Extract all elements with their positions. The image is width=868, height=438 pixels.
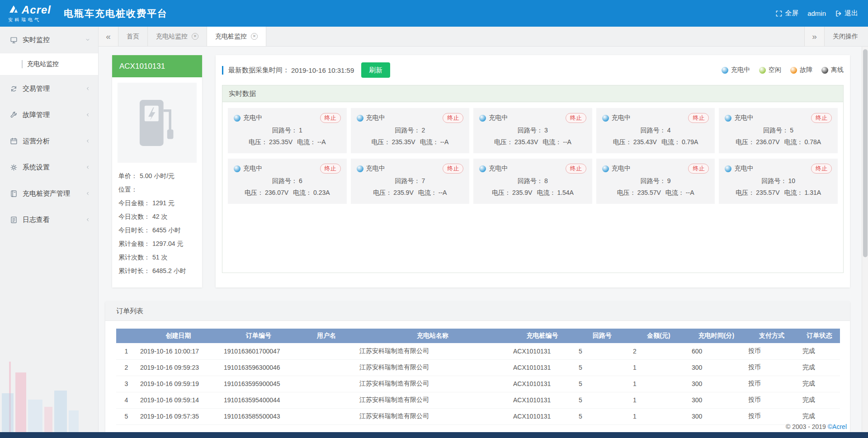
order-cell: 江苏安科瑞制造有限公司 — [356, 408, 509, 424]
vertical-scrollbar[interactable] — [862, 47, 868, 432]
order-cell: 完成 — [799, 392, 840, 408]
sidebar-item-label: 充电桩资产管理 — [23, 189, 70, 198]
order-cell: 江苏安科瑞制造有限公司 — [356, 376, 509, 392]
status-sphere-icon — [821, 67, 828, 74]
legend-item: 故障 — [790, 66, 812, 74]
voltage-value: 235.35V — [269, 138, 292, 146]
sidebar-item[interactable]: 系统设置 — [0, 154, 98, 180]
close-operations-button[interactable]: 关闭操作 — [824, 27, 868, 46]
order-row-index: 2 — [116, 359, 137, 376]
chevron-left-icon — [85, 217, 91, 223]
sidebar-item[interactable]: 故障管理 — [0, 102, 98, 128]
current-label: 电流： — [665, 189, 684, 196]
voltage-value: 235.9V — [512, 189, 532, 196]
order-cell: 5 — [575, 376, 629, 392]
main-content: ACX1010131 单价：5.00 小时/元位置：今日金额：1291 元今日次… — [99, 47, 862, 432]
sidebar-subitem-charging-station-monitor[interactable]: 充电站监控 — [0, 53, 98, 75]
current-value: --A — [439, 189, 447, 196]
order-cell: 1 — [629, 408, 688, 424]
tab-close-icon[interactable]: ✕ — [192, 33, 198, 40]
logout-button[interactable]: 退出 — [835, 9, 858, 18]
order-cell: 2 — [629, 343, 688, 359]
circuit-number: 回路号：6 — [234, 177, 341, 185]
sidebar-item[interactable]: 交易管理 — [0, 75, 98, 102]
circuit-voltage-current: 电压：236.07V电流：0.23A — [234, 189, 341, 197]
orders-header-row: 创建日期订单编号用户名充电站名称充电桩编号回路号金额(元)充电时间(分)支付方式… — [116, 329, 840, 343]
circuit-card: 充电中终止回路号：2电压：235.35V电流：--A — [351, 108, 470, 153]
sidebar-item[interactable]: 实时监控 — [0, 27, 98, 53]
circuit-number-value: 10 — [788, 177, 795, 184]
monitor-header: 最新数据采集时间： 2019-10-16 10:31:59 刷新 充电中空闲故障… — [222, 62, 844, 78]
terminate-button[interactable]: 终止 — [443, 113, 463, 123]
username[interactable]: admin — [807, 9, 826, 17]
circuit-status-label: 充电中 — [734, 165, 753, 173]
orders-panel: 订单列表 创建日期订单编号用户名充电站名称充电桩编号回路号金额(元)充电时间(分… — [105, 301, 850, 432]
stat-label: 今日金额： — [118, 196, 150, 210]
calendar-icon — [10, 137, 18, 145]
acrel-logo: Acrel 安科瑞电气 — [8, 4, 51, 23]
sidebar-item[interactable]: 日志查看 — [0, 207, 98, 233]
voltage-value: 235.35V — [392, 138, 415, 146]
monitor-panel: 最新数据采集时间： 2019-10-16 10:31:59 刷新 充电中空闲故障… — [216, 55, 850, 287]
tabs-scroll-right-icon[interactable] — [804, 27, 824, 46]
refresh-button[interactable]: 刷新 — [361, 62, 390, 78]
circuit-grid: 充电中终止回路号：1电压：235.35V电流：--A充电中终止回路号：2电压：2… — [222, 102, 843, 210]
terminate-button[interactable]: 终止 — [320, 164, 341, 174]
circuit-number: 回路号：1 — [234, 127, 341, 135]
fullscreen-icon — [775, 10, 783, 17]
circuit-status-row: 充电中终止 — [602, 164, 709, 174]
terminate-button[interactable]: 终止 — [688, 164, 709, 174]
tab[interactable]: 首页 — [118, 27, 148, 46]
legend-item: 充电中 — [722, 66, 750, 74]
order-cell: ACX1010131 — [509, 376, 575, 392]
tabs-scroll-left-icon[interactable] — [99, 27, 118, 46]
current-value: 0.79A — [682, 138, 698, 146]
circuit-card: 充电中终止回路号：4电压：235.43V电流：0.79A — [596, 108, 715, 153]
order-cell: 1 — [629, 359, 688, 376]
tab-close-icon[interactable]: ✕ — [251, 33, 258, 40]
order-cell: 投币 — [745, 376, 799, 392]
voltage-label: 电压： — [492, 189, 511, 196]
terminate-button[interactable]: 终止 — [811, 164, 832, 174]
acrel-link[interactable]: ©Acrel — [828, 423, 847, 430]
tab[interactable]: 充电站监控✕ — [148, 27, 207, 46]
status-legend: 充电中空闲故障离线 — [722, 66, 844, 74]
orders-column-header: 订单状态 — [799, 329, 840, 343]
voltage-label: 电压： — [736, 138, 755, 146]
stat-label: 累计金额： — [118, 237, 150, 250]
scrollbar-thumb[interactable] — [863, 49, 868, 257]
terminate-button[interactable]: 终止 — [566, 113, 586, 123]
tab[interactable]: 充电桩监控✕ — [207, 27, 266, 46]
order-row: 52019-10-16 09:57:351910163585500043江苏安科… — [116, 408, 840, 424]
tab-label: 首页 — [127, 33, 139, 41]
terminate-button[interactable]: 终止 — [811, 113, 832, 123]
current-label: 电流： — [293, 189, 312, 196]
stat-row: 累计金额：1297.04 元 — [118, 237, 196, 250]
order-cell: 完成 — [799, 343, 840, 359]
circuit-number-value: 2 — [421, 127, 425, 134]
terminate-button[interactable]: 终止 — [443, 164, 463, 174]
fullscreen-button[interactable]: 全屏 — [775, 9, 798, 18]
station-card: ACX1010131 单价：5.00 小时/元位置：今日金额：1291 元今日次… — [112, 55, 202, 287]
current-label: 电流： — [418, 189, 437, 196]
current-label: 电流： — [420, 138, 439, 146]
stat-label: 累计次数： — [118, 250, 150, 264]
terminate-button[interactable]: 终止 — [566, 164, 586, 174]
status-sphere-icon — [790, 67, 797, 74]
order-cell: 江苏安科瑞制造有限公司 — [356, 359, 509, 376]
terminate-button[interactable]: 终止 — [688, 113, 709, 123]
order-cell: 1910163595900045 — [220, 376, 297, 392]
charging-pile-icon — [118, 83, 197, 163]
sidebar-item[interactable]: 充电桩资产管理 — [0, 180, 98, 207]
order-cell: ACX1010131 — [509, 359, 575, 376]
order-cell: 江苏安科瑞制造有限公司 — [356, 392, 509, 408]
circuit-number: 回路号：4 — [602, 127, 709, 135]
stat-label: 累计时长： — [118, 264, 150, 278]
circuit-card: 充电中终止回路号：3电压：235.43V电流：--A — [473, 108, 592, 153]
circuit-number-value: 7 — [421, 177, 425, 184]
voltage-value: 235.57V — [756, 189, 779, 196]
circuit-status-label: 充电中 — [612, 114, 631, 122]
sidebar-item[interactable]: 运营分析 — [0, 128, 98, 154]
circuit-card: 充电中终止回路号：1电压：235.35V电流：--A — [228, 108, 347, 153]
terminate-button[interactable]: 终止 — [320, 113, 341, 123]
